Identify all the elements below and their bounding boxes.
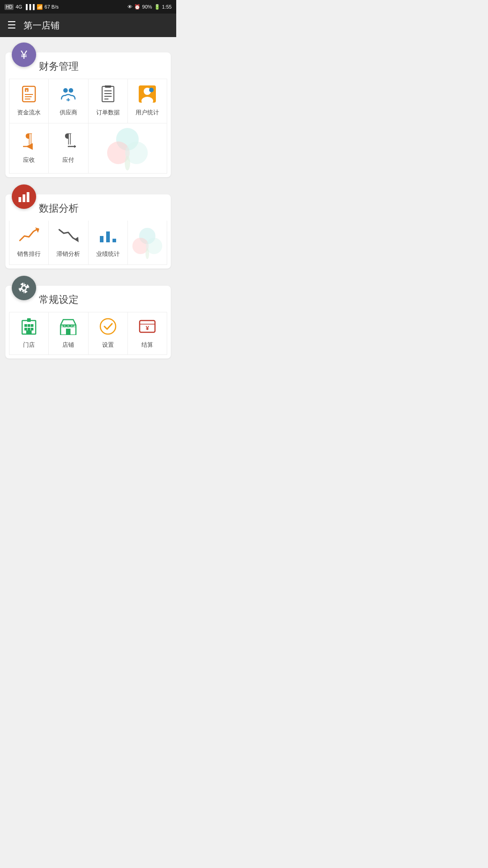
receivable-label: 应收 — [23, 156, 35, 164]
settings-badge — [12, 276, 36, 300]
svg-text:¶: ¶ — [65, 133, 72, 146]
slow-label: 滞销分析 — [56, 250, 80, 258]
svg-text:¥: ¥ — [145, 325, 149, 331]
time-label: 1:55 — [162, 4, 172, 9]
battery-label: 90% — [142, 4, 152, 9]
svg-point-28 — [125, 156, 130, 170]
slow-icon — [57, 227, 79, 246]
finance-item-payable[interactable]: ¶ 应付 — [49, 123, 88, 174]
menu-button[interactable]: ☰ — [7, 19, 16, 31]
payable-label: 应付 — [62, 156, 74, 164]
settlement-label: 结算 — [141, 341, 153, 349]
alarm-icon: ⏰ — [134, 4, 141, 10]
performance-label: 业绩统计 — [96, 250, 120, 258]
battery-icon: 🔋 — [154, 4, 160, 10]
settings-item-confirm[interactable]: 设置 — [89, 312, 128, 355]
shop-icon — [60, 318, 77, 337]
status-left: HD 4G ▐▐▐ 📶 67 B/s — [5, 4, 59, 10]
svg-rect-56 — [66, 329, 70, 335]
cashflow-icon: ¥ — [21, 85, 37, 105]
header: ☰ 第一店铺 — [0, 14, 176, 37]
finance-item-orders[interactable]: 订单数据 — [89, 79, 128, 123]
hd-label: HD — [5, 4, 14, 10]
performance-icon — [98, 227, 118, 246]
settings-section: 常规设定 门店 — [5, 286, 171, 359]
svg-point-6 — [63, 88, 68, 93]
svg-rect-34 — [100, 236, 103, 242]
store-label: 门店 — [23, 341, 35, 349]
svg-rect-47 — [24, 328, 27, 330]
status-right: 👁 ⏰ 90% 🔋 1:55 — [127, 4, 172, 10]
svg-rect-31 — [27, 192, 29, 202]
svg-rect-29 — [19, 197, 21, 202]
analysis-title: 数据分析 — [39, 202, 167, 215]
settings-item-shop[interactable]: 店铺 — [49, 312, 88, 355]
svg-rect-50 — [26, 330, 32, 334]
svg-rect-51 — [27, 318, 31, 322]
finance-title: 财务管理 — [39, 60, 167, 73]
svg-rect-35 — [106, 231, 110, 242]
wifi-icon: 📶 — [37, 4, 43, 10]
settings-title: 常规设定 — [39, 293, 167, 307]
svg-rect-45 — [28, 324, 30, 327]
analysis-item-performance[interactable]: 业绩统计 — [89, 221, 128, 265]
finance-item-supplier[interactable]: 供应商 — [49, 79, 88, 123]
analysis-item-sales[interactable]: 销售排行 — [9, 221, 49, 265]
svg-text:¥: ¥ — [26, 89, 28, 93]
svg-rect-36 — [113, 239, 116, 242]
analysis-clover-decoration — [128, 221, 167, 265]
header-title: 第一店铺 — [23, 19, 60, 32]
users-label: 用户统计 — [136, 108, 159, 117]
finance-item-receivable[interactable]: ¶ 应收 — [9, 123, 49, 174]
svg-text:¶: ¶ — [26, 133, 33, 146]
settlement-icon: ¥ — [139, 318, 156, 337]
svg-point-42 — [22, 286, 26, 290]
svg-point-19 — [149, 88, 154, 92]
analysis-badge — [12, 184, 36, 209]
orders-label: 订单数据 — [96, 108, 120, 117]
svg-marker-24 — [74, 145, 76, 148]
sales-label: 销售排行 — [17, 250, 41, 258]
svg-marker-33 — [75, 237, 79, 242]
main-content: ¥ 财务管理 ¥ 资金流水 — [0, 37, 176, 364]
svg-rect-48 — [28, 328, 30, 330]
svg-rect-46 — [31, 324, 33, 327]
analysis-item-slow[interactable]: 滞销分析 — [49, 221, 88, 265]
finance-grid-row2: ¶ 应收 ¶ — [9, 123, 167, 174]
confirm-icon — [99, 318, 117, 337]
supplier-label: 供应商 — [60, 108, 77, 117]
confirm-label: 设置 — [102, 341, 114, 349]
signal-icon: 4G — [15, 4, 22, 9]
store-icon — [21, 318, 37, 337]
status-bar: HD 4G ▐▐▐ 📶 67 B/s 👁 ⏰ 90% 🔋 1:55 — [0, 0, 176, 14]
svg-point-58 — [100, 319, 116, 334]
finance-badge: ¥ — [12, 42, 36, 67]
shop-label: 店铺 — [62, 341, 74, 349]
svg-rect-15 — [105, 85, 111, 88]
analysis-grid: 销售排行 滞销分析 — [9, 221, 167, 265]
users-icon — [139, 85, 156, 105]
svg-rect-54 — [67, 325, 70, 327]
finance-item-users[interactable]: 用户统计 — [128, 79, 167, 123]
svg-rect-53 — [63, 325, 66, 327]
svg-rect-44 — [24, 324, 27, 327]
speed-label: 67 B/s — [45, 4, 59, 9]
settings-item-store[interactable]: 门店 — [9, 312, 49, 355]
orders-icon — [100, 85, 116, 105]
svg-point-7 — [69, 88, 73, 93]
cashflow-label: 资金流水 — [17, 108, 41, 117]
receivable-icon: ¶ — [21, 133, 37, 152]
finance-clover-decoration — [89, 123, 168, 174]
finance-grid-row1: ¥ 资金流水 — [9, 79, 167, 123]
bars-icon: ▐▐▐ — [24, 4, 34, 9]
settings-item-settlement[interactable]: ¥ 结算 — [128, 312, 167, 355]
supplier-icon — [60, 85, 77, 105]
settings-grid: 门店 店铺 — [9, 312, 167, 355]
sales-icon — [18, 227, 40, 246]
finance-item-cashflow[interactable]: ¥ 资金流水 — [9, 79, 49, 123]
svg-rect-55 — [70, 325, 73, 327]
svg-point-40 — [145, 248, 149, 259]
svg-rect-49 — [31, 328, 33, 330]
eye-icon: 👁 — [127, 4, 132, 9]
analysis-section: 数据分析 销售排行 滞 — [5, 194, 171, 269]
